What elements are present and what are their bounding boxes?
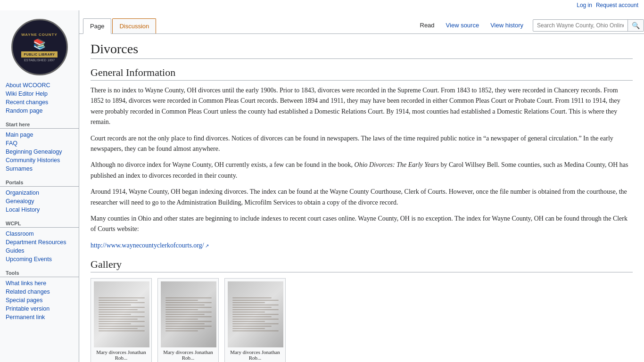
sidebar-item-genealogy[interactable]: Genealogy [0,197,79,206]
logo-text-top: WAYNE COUNTY [21,33,58,37]
sidebar-item-department-resources[interactable]: Department Resources [0,238,79,247]
tab-view-history[interactable]: View history [485,19,529,32]
gallery-caption-1: Mary divorces Jonathan Rob... [94,349,149,361]
tab-bar: Page Discussion Read View source View hi… [79,10,644,34]
content-wrapper: Page Discussion Read View source View hi… [79,10,644,362]
sidebar-item-classroom[interactable]: Classroom [0,230,79,238]
tab-view-source[interactable]: View source [440,19,485,32]
sidebar-item-upcoming-events[interactable]: Upcoming Events [0,255,79,263]
book-title: Ohio Divorces: The Early Years [355,161,439,168]
section-heading-general-information: General Information [91,66,633,81]
gallery-caption-2: Mary divorces Jonathan Rob... [161,349,215,361]
sidebar-item-special-pages[interactable]: Special pages [0,296,79,304]
sidebar-item-recent-changes[interactable]: Recent changes [0,98,79,107]
sidebar-start-here: Start here Main page FAQ Beginning Genea… [0,118,79,173]
sidebar-portals: Portals Organization Genealogy Local His… [0,176,79,214]
gallery-image-1[interactable] [94,281,149,347]
sidebar-item-wiki-editor-help[interactable]: Wiki Editor Help [0,90,79,98]
search-button[interactable]: 🔍 [627,20,644,31]
gallery-caption-3: Mary divorces Jonathan Rob... [228,349,282,361]
login-link[interactable]: Log in [577,2,592,8]
sidebar-item-random-page[interactable]: Random page [0,107,79,115]
sidebar-item-surnames[interactable]: Surnames [0,165,79,173]
sidebar-item-related-changes[interactable]: Related changes [0,288,79,296]
gallery: Mary divorces Jonathan Rob... [91,278,633,362]
page-content: Divorces General Information There is no… [79,34,644,362]
tab-discussion[interactable]: Discussion [112,18,156,33]
sidebar-item-what-links-here[interactable]: What links here [0,279,79,288]
sidebar: WAYNE COUNTY 📚 PUBLIC LIBRARY ESTABLISHE… [0,10,79,362]
search-input[interactable] [533,20,627,31]
gallery-image-2[interactable] [161,281,216,347]
section-heading-gallery: Gallery [91,258,633,272]
paragraph-2: Court records are not the only place to … [91,133,633,155]
tab-page[interactable]: Page [83,18,111,34]
sidebar-item-community-histories[interactable]: Community Histories [0,156,79,165]
paragraph-5: Many counties in Ohio and other states a… [91,214,633,235]
sidebar-nav-section: About WCOORC Wiki Editor Help Recent cha… [0,81,79,115]
sidebar-item-local-history[interactable]: Local History [0,206,79,214]
logo-icon: 📚 [33,38,46,50]
logo-text-bottom: PUBLIC LIBRARY [21,51,58,58]
top-bar: Log in Request account [0,0,644,10]
gallery-item-2: Mary divorces Jonathan Rob... [157,278,219,362]
tab-read[interactable]: Read [414,19,440,32]
logo-established: ESTABLISHED 1897 [24,58,55,62]
paragraph-3: Although no divorce index for Wayne Coun… [91,160,633,181]
sidebar-item-permanent-link[interactable]: Permanent link [0,313,79,321]
logo: WAYNE COUNTY 📚 PUBLIC LIBRARY ESTABLISHE… [11,19,68,75]
gallery-image-3[interactable] [228,281,283,347]
gallery-item-1: Mary divorces Jonathan Rob... [91,278,152,362]
clerk-of-courts-link[interactable]: http://www.waynecountyclerkofcourts.org/ [91,242,209,249]
wcpl-header: WCPL [0,217,79,228]
tools-header: Tools [0,266,79,277]
page-title: Divorces [91,41,633,59]
sidebar-item-guides[interactable]: Guides [0,247,79,255]
request-account-link[interactable]: Request account [596,2,638,8]
external-link-para: http://www.waynecountyclerkofcourts.org/ [91,240,633,251]
sidebar-wcpl: WCPL Classroom Department Resources Guid… [0,217,79,263]
tab-group-left: Page Discussion [83,18,157,33]
paragraph-1: There is no index to Wayne County, OH di… [91,85,633,128]
sidebar-item-beginning-genealogy[interactable]: Beginning Genealogy [0,148,79,156]
logo-area: WAYNE COUNTY 📚 PUBLIC LIBRARY ESTABLISHE… [0,14,79,81]
tab-group-right: Read View source View history 🔍 [414,19,644,33]
sidebar-item-faq[interactable]: FAQ [0,139,79,148]
portals-header: Portals [0,176,79,187]
paragraph-4: Around 1914, Wayne County, OH began inde… [91,187,633,208]
sidebar-item-printable-version[interactable]: Printable version [0,304,79,313]
sidebar-tools: Tools What links here Related changes Sp… [0,266,79,321]
search-box: 🔍 [533,19,644,32]
sidebar-item-organization[interactable]: Organization [0,189,79,197]
gallery-item-3: Mary divorces Jonathan Rob... [224,278,286,362]
sidebar-item-about[interactable]: About WCOORC [0,81,79,90]
start-here-header: Start here [0,118,79,129]
sidebar-item-main-page[interactable]: Main page [0,131,79,139]
